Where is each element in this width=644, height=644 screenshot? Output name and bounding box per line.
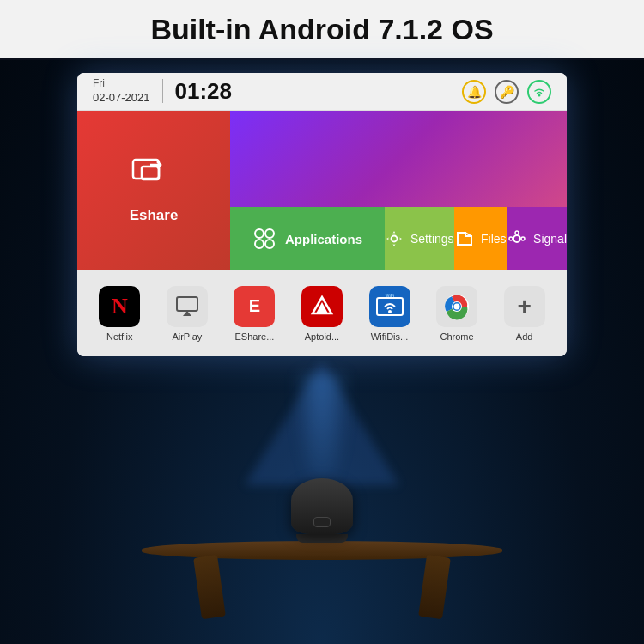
tile-settings[interactable]: Settings [385,207,454,270]
date-label: 02-07-2021 [93,91,150,106]
projector-lens [313,517,331,527]
bell-icon: 🔔 [462,80,486,104]
time-label: 01:28 [175,78,233,105]
netflix-icon: N [99,286,140,327]
chrome-label: Chrome [440,331,474,342]
wifidis-icon: WiFi [369,286,410,327]
app-wifidis[interactable]: WiFi WifiDis... [359,286,421,342]
projector-base [296,534,348,543]
beam-glow [296,374,348,485]
applications-label: Applications [285,232,362,246]
screen-topbar: Fri 02-07-2021 01:28 🔔 🔑 [77,73,567,111]
signal-label: Signal [533,232,567,246]
app-airplay[interactable]: AirPlay [156,286,218,342]
projector-body [291,478,353,534]
wifidis-label: WifiDis... [371,331,408,342]
svg-text:WiFi: WiFi [385,293,394,298]
app-add[interactable]: + Add [494,286,556,342]
tile-applications[interactable]: Applications [230,207,385,270]
aptoid-icon [301,286,343,327]
projected-screen: Fri 02-07-2021 01:28 🔔 🔑 [77,73,567,356]
key-icon: 🔑 [495,80,519,104]
tile-signal[interactable]: Signal [507,207,567,270]
app-netflix[interactable]: N Netflix [88,286,150,342]
svg-point-9 [515,231,519,234]
svg-point-23 [454,303,460,309]
svg-rect-12 [177,297,197,311]
netflix-label: Netflix [106,331,133,342]
page-title: Built-in Android 7.1.2 OS [150,13,493,46]
files-label: Files [481,232,507,246]
svg-point-17 [388,310,392,313]
airplay-icon [167,286,208,327]
app-icons-row: N Netflix AirPlay E EShare... [77,270,567,356]
wifi-icon [527,80,551,104]
add-icon: + [504,286,545,327]
eshare-app-icon: E [234,286,275,327]
app-chrome[interactable]: Chrome [426,286,488,342]
aptoid-label: Aptoid... [305,331,339,342]
day-label: Fri [93,77,150,91]
svg-point-4 [265,229,274,238]
svg-point-7 [392,236,398,242]
svg-point-11 [509,237,513,240]
eshare-icon [131,158,176,200]
svg-point-6 [265,240,274,248]
add-label: Add [516,331,533,342]
chrome-icon [436,286,477,327]
svg-point-3 [255,229,264,238]
projector-device [291,478,353,543]
settings-label: Settings [410,232,454,246]
tile-files[interactable]: Files [454,207,507,270]
svg-rect-0 [133,160,159,179]
app-aptoid[interactable]: Aptoid... [291,286,353,342]
app-eshare[interactable]: E EShare... [223,286,285,342]
eshare-app-label: EShare... [234,331,274,342]
purple-decoration [230,111,567,207]
svg-point-8 [513,235,520,242]
table-leg-left [193,555,226,619]
eshare-label: Eshare [130,207,179,224]
tile-eshare[interactable]: Eshare [77,111,230,270]
airplay-label: AirPlay [172,331,202,342]
svg-point-5 [255,240,264,248]
table [142,541,502,618]
table-leg-right [418,555,451,619]
svg-point-10 [521,237,525,240]
